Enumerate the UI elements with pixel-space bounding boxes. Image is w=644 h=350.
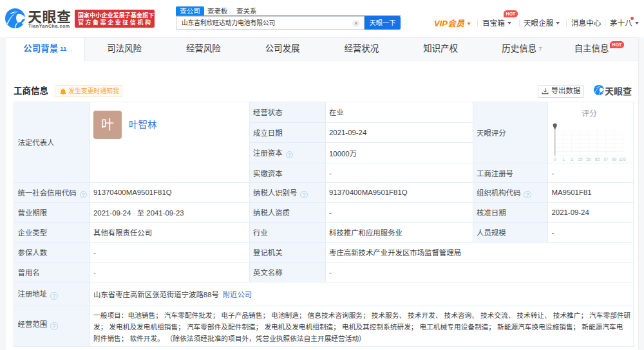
svg-text:0: 0 <box>554 157 556 161</box>
svg-text:85: 85 <box>595 157 600 161</box>
svg-text:97: 97 <box>603 157 609 161</box>
svg-text:99: 99 <box>612 157 617 161</box>
svg-text:1: 1 <box>562 157 565 161</box>
svg-text:评分: 评分 <box>582 109 597 118</box>
svg-text:15: 15 <box>578 157 583 161</box>
svg-text:50: 50 <box>587 157 592 161</box>
svg-text:3: 3 <box>571 157 573 161</box>
svg-text:100: 100 <box>619 157 626 161</box>
